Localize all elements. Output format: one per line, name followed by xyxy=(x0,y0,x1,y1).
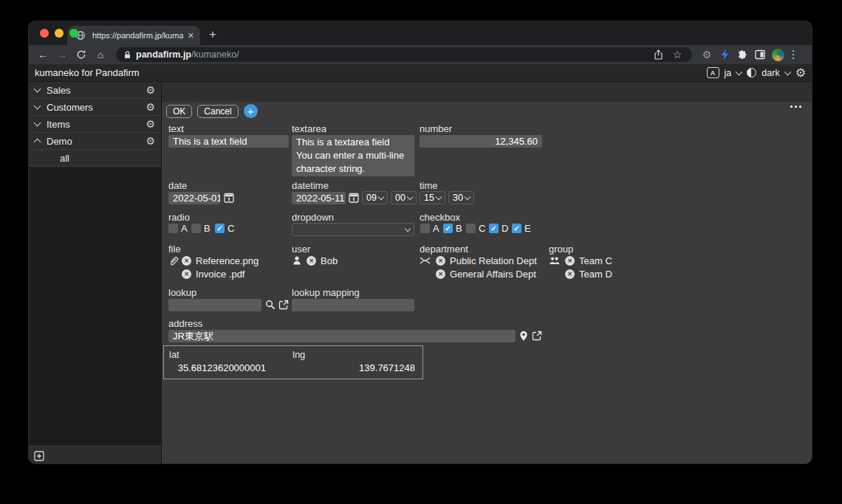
checkbox-option-d[interactable]: ✓ xyxy=(489,224,499,233)
text-input[interactable]: This is a text field xyxy=(168,135,289,148)
theme-chevron-down-icon[interactable] xyxy=(784,68,791,75)
remove-group-icon[interactable]: ✕ xyxy=(565,269,575,279)
lightning-extension-icon[interactable] xyxy=(717,47,732,62)
address-input[interactable]: JR東京駅 xyxy=(168,330,516,342)
close-tab-icon[interactable]: ✕ xyxy=(179,89,186,97)
cancel-button[interactable]: Cancel xyxy=(197,105,238,118)
group-icon[interactable] xyxy=(549,255,561,266)
file-name: Invoice .pdf xyxy=(196,269,245,280)
side-panel-icon[interactable] xyxy=(753,47,767,62)
close-tab-icon[interactable]: ✕ xyxy=(195,89,202,97)
file-chip: ✕ Reference.png xyxy=(182,255,259,266)
browser-toolbar: ← → ⌂ pandafirm.jp/kumaneko/ ☆ ⚙ xyxy=(29,45,812,64)
checkbox-option-c[interactable]: ✓ xyxy=(466,224,476,233)
chevron-up-icon xyxy=(34,139,41,146)
datetime-hour-select[interactable]: 09 xyxy=(362,191,388,204)
close-tab-icon[interactable]: ✕ xyxy=(188,32,194,40)
extension-gear-icon[interactable]: ⚙ xyxy=(699,47,714,62)
user-chip: ✕ Bob xyxy=(307,255,338,266)
group-chip: ✕ Team C xyxy=(565,255,612,266)
checkbox-option-label: E xyxy=(524,223,531,234)
checkbox-option-a[interactable]: ✓ xyxy=(420,224,430,233)
chevron-down-icon xyxy=(34,103,41,110)
checkbox-option-b[interactable]: ✓ xyxy=(443,224,453,233)
close-window-button[interactable] xyxy=(40,29,49,38)
back-icon[interactable]: ← xyxy=(35,49,51,61)
theme-select-value[interactable]: dark xyxy=(761,68,779,78)
sidebar-item-demo[interactable]: Demo ⚙ xyxy=(29,133,161,150)
search-icon[interactable] xyxy=(265,300,275,310)
remove-file-icon[interactable]: ✕ xyxy=(182,256,191,266)
field-label-date: date xyxy=(168,180,187,191)
number-input[interactable]: 12,345.60 xyxy=(420,135,542,148)
minimize-window-button[interactable] xyxy=(55,29,64,38)
sales-gear-icon[interactable]: ⚙ xyxy=(146,85,155,95)
browser-tab[interactable]: https://pandafirm.jp/kumaneko ✕ xyxy=(67,26,200,45)
field-label-number: number xyxy=(420,123,452,134)
datetime-minute-select[interactable]: 00 xyxy=(391,191,417,204)
forward-icon[interactable]: → xyxy=(54,49,70,61)
ok-button[interactable]: OK xyxy=(166,105,192,118)
lng-value: 139.7671248 xyxy=(292,362,415,373)
customers-gear-icon[interactable]: ⚙ xyxy=(146,102,155,112)
dropdown-select[interactable] xyxy=(292,223,414,236)
profile-avatar[interactable] xyxy=(770,47,785,62)
time-minute-select[interactable]: 30 xyxy=(448,191,474,204)
translate-icon[interactable]: A xyxy=(707,67,719,78)
remove-file-icon[interactable]: ✕ xyxy=(182,269,191,279)
time-hour-select[interactable]: 15 xyxy=(420,191,445,204)
department-chip: ✕ Public Relation Dept xyxy=(436,255,537,266)
field-label-lng: lng xyxy=(292,349,305,360)
radio-option-c[interactable]: ✓ xyxy=(215,224,225,233)
reload-icon[interactable] xyxy=(73,49,89,60)
demo-gear-icon[interactable]: ⚙ xyxy=(146,136,155,146)
more-options-button[interactable] xyxy=(790,106,801,108)
group-name: Team C xyxy=(579,255,612,266)
group-name: Team D xyxy=(579,269,612,280)
textarea-input[interactable]: This is a textarea field You can enter a… xyxy=(292,135,414,176)
checkbox-option-e[interactable]: ✓ xyxy=(512,224,521,233)
extensions-puzzle-icon[interactable] xyxy=(735,47,750,62)
lookup-input[interactable] xyxy=(168,299,261,311)
language-select-value[interactable]: ja xyxy=(725,68,732,78)
remove-group-icon[interactable]: ✕ xyxy=(565,256,575,266)
calendar-icon[interactable] xyxy=(349,193,359,203)
map-pin-icon[interactable] xyxy=(519,331,528,342)
sidebar-item-items[interactable]: Items ⚙ xyxy=(29,116,161,133)
open-external-icon[interactable] xyxy=(278,300,289,310)
open-external-icon[interactable] xyxy=(532,331,542,341)
remove-user-icon[interactable]: ✕ xyxy=(307,256,316,266)
add-button[interactable]: + xyxy=(244,104,258,118)
language-chevron-down-icon[interactable] xyxy=(736,68,743,75)
items-gear-icon[interactable]: ⚙ xyxy=(146,119,155,129)
browser-menu-icon[interactable] xyxy=(788,50,798,60)
calendar-icon[interactable] xyxy=(224,193,234,203)
maximize-window-button[interactable] xyxy=(69,29,78,38)
chevron-down-icon xyxy=(34,120,41,127)
add-app-icon[interactable] xyxy=(34,451,44,461)
department-icon[interactable] xyxy=(420,255,431,266)
lookup-mapping-input[interactable] xyxy=(292,299,414,311)
user-icon[interactable] xyxy=(292,255,302,266)
radio-option-a[interactable]: ✓ xyxy=(168,224,178,233)
settings-gear-icon[interactable]: ⚙ xyxy=(795,67,806,79)
remove-department-icon[interactable]: ✕ xyxy=(436,269,445,279)
sidebar-empty-area xyxy=(29,167,161,446)
sidebar-item-demo-all[interactable]: all xyxy=(29,150,161,167)
latlng-box: lat lng 35.68123620000001 139.7671248 xyxy=(163,345,423,379)
address-bar[interactable]: pandafirm.jp/kumaneko/ ☆ xyxy=(116,47,692,62)
paperclip-icon[interactable] xyxy=(168,255,179,266)
sidebar-item-customers[interactable]: Customers ⚙ xyxy=(29,99,161,116)
bookmark-star-icon[interactable]: ☆ xyxy=(670,47,685,62)
datetime-date-input[interactable]: 2022-05-11 xyxy=(292,192,346,204)
radio-option-b[interactable]: ✓ xyxy=(191,224,201,233)
remove-department-icon[interactable]: ✕ xyxy=(436,256,445,266)
field-label-lookup-mapping: lookup mapping xyxy=(292,287,360,298)
new-tab-button[interactable]: + xyxy=(209,27,216,42)
sidebar-item-sales[interactable]: Sales ⚙ xyxy=(29,82,161,99)
home-icon[interactable]: ⌂ xyxy=(92,49,109,61)
date-input[interactable]: 2022-05-01 xyxy=(168,192,220,204)
theme-contrast-icon[interactable] xyxy=(747,68,756,77)
share-icon[interactable] xyxy=(651,47,665,62)
sidebar-item-label: Demo xyxy=(47,136,139,147)
